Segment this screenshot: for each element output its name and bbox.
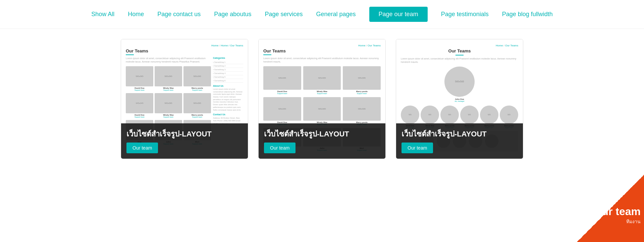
member-2-1: 345x345 David Doe Support team bbox=[126, 93, 153, 118]
member-2-3-img: 585x585 bbox=[183, 93, 211, 113]
ribbon-text: Our team ทีมงาน bbox=[594, 205, 641, 225]
c2-m4: 585x585 David Doe Support team bbox=[263, 97, 301, 125]
card-1-title: Our Teams bbox=[126, 48, 243, 53]
corner-ribbon: Our team ทีมงาน bbox=[570, 168, 644, 242]
member-1-3: 585x585 Marry poola Support team bbox=[183, 66, 211, 91]
nav-aboutus[interactable]: Page aboutus bbox=[214, 11, 251, 18]
card-3-underline bbox=[455, 55, 464, 55]
card-2-our-team-button[interactable]: Our team bbox=[264, 143, 296, 153]
member-2-1-img: 345x345 bbox=[126, 93, 153, 113]
nav-general[interactable]: General pages bbox=[316, 11, 356, 18]
about-title: About Us bbox=[213, 85, 243, 87]
c2-m3: 585x585 Marry poola Support team bbox=[343, 66, 381, 94]
card-1-breadcrumb: Home / Home / Our Teams bbox=[126, 44, 243, 47]
card-2-underline bbox=[263, 54, 271, 55]
c2-m5: 585x585 Windy Wae Support team bbox=[303, 97, 341, 125]
main-nav: Show All Home Page contact us Page about… bbox=[0, 0, 644, 29]
card-2-title: Our Teams bbox=[263, 48, 381, 53]
card-1: Home / Home / Our Teams Our Teams Lorem … bbox=[121, 39, 248, 159]
member-1-2-img: 585x585 bbox=[155, 66, 182, 86]
categories-title: Categories bbox=[213, 57, 243, 59]
card-1-team-row2: 345x345 David Doe Support team 585x585 W… bbox=[126, 93, 211, 118]
main-member-circle: 585x585 bbox=[444, 67, 475, 97]
nav-our-team[interactable]: Page our team bbox=[369, 7, 428, 22]
nav-contact[interactable]: Page contact us bbox=[157, 11, 201, 18]
card-3-banner-title: เว็บไซต์สำเร็จรูป-LAYOUT bbox=[401, 128, 518, 140]
card-3-breadcrumb: Home / Our Teams bbox=[401, 44, 518, 47]
nav-testimonials[interactable]: Page testimonials bbox=[441, 11, 489, 18]
card-2-overlay: เว็บไซต์สำเร็จรูป-LAYOUT Our team bbox=[259, 123, 385, 159]
card-2-row2: 585x585 David Doe Support team 585x585 W… bbox=[263, 97, 381, 125]
member-1-1: 585x585 David Doe Support team bbox=[126, 66, 153, 91]
about-text: Lorem ipsum dolor sit amet consectetuer … bbox=[213, 88, 243, 111]
card-3: Home / Our Teams Our Teams Lorem ipsum d… bbox=[396, 39, 523, 159]
main-content: Home / Home / Our Teams Our Teams Lorem … bbox=[0, 29, 644, 169]
c2-m2: 585x585 Windy Wae Support team bbox=[303, 66, 341, 94]
card-1-underline bbox=[126, 54, 134, 55]
card-3-our-team-button[interactable]: Our team bbox=[401, 143, 433, 153]
member-1-2: 585x585 Windy Wae Support team bbox=[155, 66, 182, 91]
contact-title: Contact Us bbox=[213, 113, 243, 116]
nav-show-all[interactable]: Show All bbox=[91, 11, 114, 18]
c2-m1: 585x585 David Doe Support team bbox=[263, 66, 301, 94]
card-2-desc: Lorem ipsum dolor sit amet, consectetuer… bbox=[263, 57, 381, 64]
nav-services[interactable]: Page services bbox=[265, 11, 303, 18]
member-2-3: 585x585 Marry poola Support team bbox=[183, 93, 211, 118]
member-2-2-img: 585x585 bbox=[155, 93, 182, 113]
card-1-overlay: เว็บไซต์สำเร็จรูป-LAYOUT Our team bbox=[121, 123, 248, 159]
card-3-title: Our Teams bbox=[401, 48, 518, 53]
main-member: 585x585 John Doe cto, manager bbox=[401, 67, 518, 102]
card-3-desc: Lorem ipsum dolor sit amet, consectetuer… bbox=[401, 57, 518, 64]
card-2-banner-title: เว็บไซต์สำเร็จรูป-LAYOUT bbox=[264, 128, 380, 140]
card-1-team-row1: 585x585 David Doe Support team 585x585 W… bbox=[126, 66, 211, 91]
card-2-row1: 585x585 David Doe Support team 585x585 W… bbox=[263, 66, 381, 94]
card-2-breadcrumb: Home / Our Teams bbox=[263, 44, 381, 47]
card-3-overlay: เว็บไซต์สำเร็จรูป-LAYOUT Our team bbox=[396, 123, 523, 159]
member-1-1-img: 585x585 bbox=[126, 66, 153, 86]
member-1-3-img: 585x585 bbox=[183, 66, 211, 86]
card-1-banner-title: เว็บไซต์สำเร็จรูป-LAYOUT bbox=[126, 128, 243, 140]
card-1-desc: Lorem ipsum dolor sit amet, consectetuer… bbox=[126, 57, 211, 64]
card-2: Home / Our Teams Our Teams Lorem ipsum d… bbox=[258, 39, 386, 159]
c2-m6: 585x585 Marry poola Support team bbox=[343, 97, 381, 125]
member-2-2: 585x585 Windy Wae Support team bbox=[155, 93, 182, 118]
nav-home[interactable]: Home bbox=[128, 11, 144, 18]
nav-blog[interactable]: Page blog fullwidth bbox=[502, 11, 553, 18]
card-1-our-team-button[interactable]: Our team bbox=[126, 143, 158, 153]
